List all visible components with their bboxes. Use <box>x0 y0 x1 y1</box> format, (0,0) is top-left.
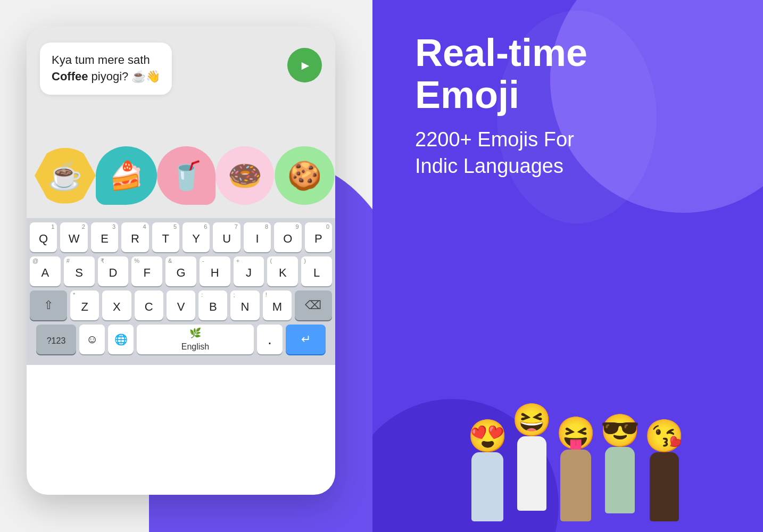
key-Q[interactable]: 1Q <box>30 222 57 252</box>
subheadline-line2: Indic Languages <box>415 155 563 177</box>
person-5: 😘 <box>644 420 684 521</box>
chat-area: Kya tum mere sath Coffee piyogi? ☕👋 ► <box>27 27 335 133</box>
numbers-key[interactable]: ?123 <box>36 325 76 354</box>
keyboard-row-2: @A #S ₹D %F &G -H +J (K )L <box>30 256 332 286</box>
person-5-face: 😘 <box>644 420 684 452</box>
key-M[interactable]: !M <box>263 290 292 320</box>
keyboard: 1Q 2W 3E 4R 5T 6Y 7U 8I 9O 0P @A #S ₹D %… <box>27 218 335 365</box>
send-button[interactable]: ► <box>287 48 322 82</box>
key-P[interactable]: 0P <box>305 222 332 252</box>
dot-key[interactable]: . <box>257 325 283 354</box>
return-icon: ↵ <box>301 332 311 346</box>
key-U[interactable]: 7U <box>213 222 240 252</box>
chat-bold-word: Coffee <box>52 70 88 83</box>
backspace-key[interactable]: ⌫ <box>295 290 332 320</box>
key-X[interactable]: X <box>102 290 131 320</box>
keyboard-row-3: ⇧ *Z X C V :B ;N !M ⌫ <box>30 290 332 320</box>
dot-label: . <box>268 331 272 348</box>
emoji-cake[interactable]: 🍰 <box>96 146 157 205</box>
emoji-cookie[interactable]: 🍪 <box>274 146 335 205</box>
send-icon: ► <box>299 58 312 73</box>
emoji-drink[interactable]: 🥤 <box>157 146 215 205</box>
emoji-coffee[interactable]: ☕ <box>35 148 96 204</box>
person-3: 😝 <box>556 418 596 521</box>
chat-bubble: Kya tum mere sath Coffee piyogi? ☕👋 <box>40 43 172 95</box>
key-A[interactable]: @A <box>30 256 61 286</box>
emoji-icon: ☺ <box>86 332 98 346</box>
language-key[interactable]: 🌿 English <box>137 325 254 354</box>
globe-icon: 🌐 <box>114 333 128 346</box>
subheadline-line1: 2200+ Emojis For <box>415 128 574 151</box>
leaf-icon: 🌿 <box>189 327 201 339</box>
key-N[interactable]: ;N <box>230 290 259 320</box>
person-3-face: 😝 <box>556 418 596 450</box>
emoji-suggestion-row: ☕ 🍰 🥤 🍩 🍪 <box>27 133 335 218</box>
subheadline: 2200+ Emojis For Indic Languages <box>415 127 731 179</box>
return-key[interactable]: ↵ <box>286 325 326 354</box>
headline-line1: Real-time <box>415 31 587 74</box>
key-J[interactable]: +J <box>234 256 264 286</box>
emoji-donut[interactable]: 🍩 <box>215 146 274 205</box>
key-T[interactable]: 5T <box>152 222 179 252</box>
language-label: English <box>181 342 209 352</box>
right-panel: Real-time Emoji 2200+ Emojis For Indic L… <box>372 0 763 532</box>
key-G[interactable]: &G <box>165 256 196 286</box>
left-panel: Kya tum mere sath Coffee piyogi? ☕👋 ► ☕ … <box>0 0 372 532</box>
key-O[interactable]: 9O <box>274 222 301 252</box>
keyboard-row-1: 1Q 2W 3E 4R 5T 6Y 7U 8I 9O 0P <box>30 222 332 252</box>
person-2: 😆 <box>512 404 552 511</box>
key-E[interactable]: 3E <box>91 222 118 252</box>
person-2-face: 😆 <box>512 404 552 436</box>
shift-icon: ⇧ <box>44 298 53 312</box>
headline: Real-time Emoji <box>415 32 731 116</box>
key-V[interactable]: V <box>167 290 195 320</box>
key-S[interactable]: #S <box>64 256 95 286</box>
key-C[interactable]: C <box>135 290 163 320</box>
key-F[interactable]: %F <box>131 256 162 286</box>
key-Z[interactable]: *Z <box>70 290 99 320</box>
person-1-face: 😍 <box>468 420 508 452</box>
key-Y[interactable]: 6Y <box>183 222 210 252</box>
phone-mockup: Kya tum mere sath Coffee piyogi? ☕👋 ► ☕ … <box>27 27 335 495</box>
emoji-people-row: 😍 😆 😝 😎 😘 <box>404 372 747 521</box>
key-K[interactable]: (K <box>267 256 298 286</box>
key-H[interactable]: -H <box>200 256 230 286</box>
backspace-icon: ⌫ <box>305 298 321 312</box>
person-4-face: 😎 <box>600 415 640 447</box>
headline-line2: Emoji <box>415 73 519 116</box>
emoji-key[interactable]: ☺ <box>79 325 105 354</box>
key-D[interactable]: ₹D <box>98 256 129 286</box>
shift-key[interactable]: ⇧ <box>30 290 67 320</box>
globe-key[interactable]: 🌐 <box>108 325 134 354</box>
chat-message-line1: Kya tum mere sath <box>52 53 150 66</box>
key-W[interactable]: 2W <box>60 222 87 252</box>
key-R[interactable]: 4R <box>121 222 148 252</box>
key-I[interactable]: 8I <box>244 222 271 252</box>
numbers-label: ?123 <box>47 336 66 346</box>
key-L[interactable]: )L <box>301 256 332 286</box>
key-B[interactable]: :B <box>198 290 227 320</box>
keyboard-bottom-row: ?123 ☺ 🌐 🌿 English . ↵ <box>30 325 332 354</box>
person-1: 😍 <box>468 420 508 521</box>
person-4: 😎 <box>600 415 640 513</box>
chat-message-line2: piyogi? ☕👋 <box>92 70 161 83</box>
